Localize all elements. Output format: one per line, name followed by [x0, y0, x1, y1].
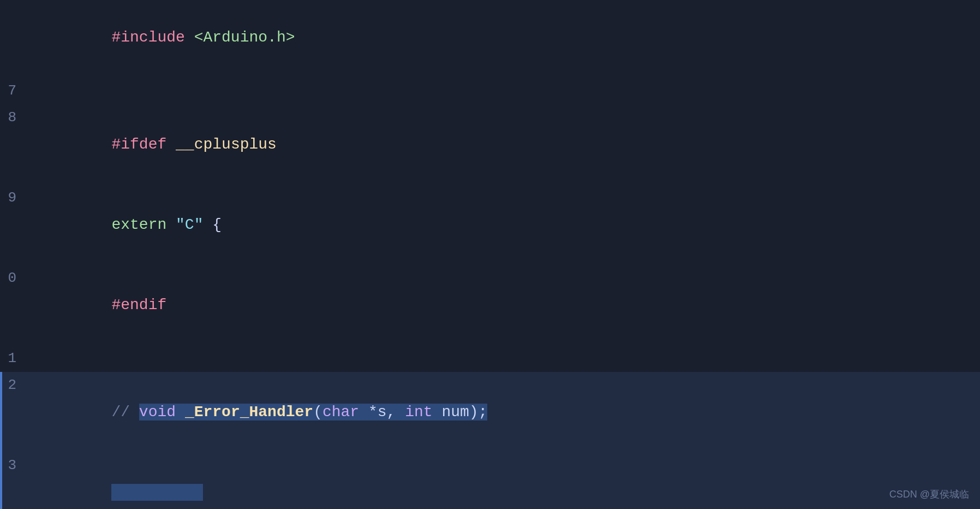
line-number-7: 7 [0, 78, 27, 104]
keyword-void: void [139, 404, 176, 421]
code-line-13: 3 [0, 452, 980, 509]
selected-text-12: void _Error_Handler(char *s, int num); [139, 404, 488, 421]
keyword-extern: extern [111, 216, 166, 233]
watermark: CSDN @夏侯城临 [889, 488, 969, 501]
func-error-handler: _Error_Handler [185, 404, 313, 421]
code-line-7: 7 [0, 78, 980, 104]
code-editor: #include <Arduino.h> 7 8 #ifdef __cplusp… [0, 0, 980, 506]
selection-indicator-12 [0, 372, 2, 452]
line-number-11: 1 [0, 345, 27, 372]
line-content-9: extern "C" { [27, 185, 980, 265]
keyword-endif-1: #endif [111, 297, 166, 313]
line-number-8: 8 [0, 104, 27, 131]
line-number-13: 3 [0, 452, 27, 479]
type-char: char [322, 404, 359, 421]
line-number-12: 2 [0, 372, 27, 399]
code-lines: #include <Arduino.h> 7 8 #ifdef __cplusp… [0, 0, 980, 509]
code-line-11: 1 [0, 345, 980, 372]
selected-empty-13 [111, 484, 203, 501]
include-path: <Arduino.h> [194, 29, 295, 46]
line-content-12: // void _Error_Handler(char *s, int num)… [27, 372, 980, 452]
code-line-10: 0 #endif [0, 265, 980, 345]
string-c: "C" [176, 216, 203, 233]
type-int: int [405, 404, 432, 421]
keyword-include: #include [111, 29, 184, 46]
code-line-12: 2 // void _Error_Handler(char *s, int nu… [0, 372, 980, 452]
code-line-top: #include <Arduino.h> [0, 0, 980, 78]
line-number-9: 9 [0, 185, 27, 211]
line-content: #include <Arduino.h> [27, 0, 980, 78]
macro-cplusplus: __cplusplus [176, 136, 277, 153]
line-content-10: #endif [27, 265, 980, 345]
keyword-ifdef: #ifdef [111, 136, 166, 153]
comment-slash-12: // [111, 404, 139, 421]
line-number-10: 0 [0, 265, 27, 292]
line-content-13 [27, 452, 980, 509]
code-line-9: 9 extern "C" { [0, 185, 980, 265]
code-line-8: 8 #ifdef __cplusplus [0, 104, 980, 185]
line-content-8: #ifdef __cplusplus [27, 104, 980, 185]
selection-indicator-13 [0, 452, 2, 509]
